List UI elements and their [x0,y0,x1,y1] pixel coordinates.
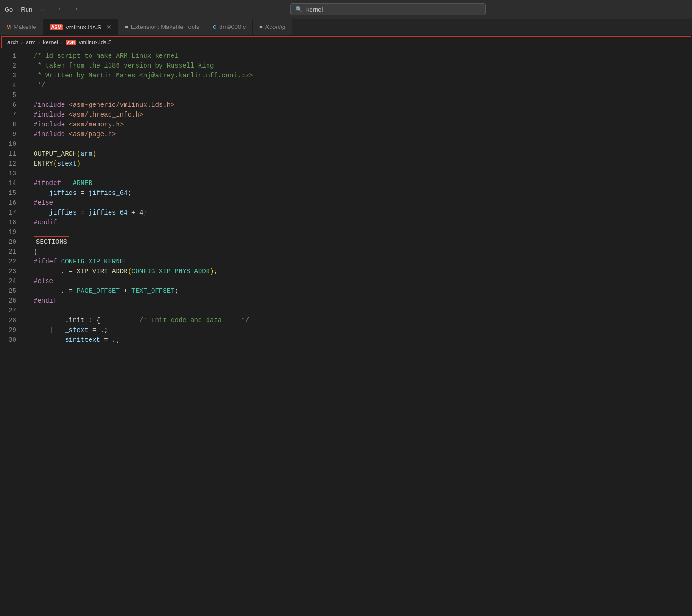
token [57,257,61,267]
line-number-4: 4 [0,81,16,90]
token: ENTRY [34,159,53,169]
token: CONFIG_XIP_KERNEL [61,257,128,267]
tab-dm9000[interactable]: C dm9000.c [206,19,253,35]
token: jiffies_64 [89,208,128,218]
kconfig-icon: ≡ [259,24,262,30]
token: = .; [89,325,108,335]
tab-vmlinux-close[interactable]: ✕ [106,23,111,31]
token: | . = [34,267,76,277]
token: #include [34,130,65,139]
token: ; [143,208,147,218]
token: #ifndef [34,179,61,188]
token: ; [214,267,217,277]
token: arm [81,149,92,159]
token: ; [128,188,131,198]
back-button[interactable]: ← [55,5,66,14]
breadcrumb-arm[interactable]: arm [26,39,35,46]
token: #include [34,100,65,110]
token: = [76,208,88,218]
line-number-2: 2 [0,61,16,71]
line-number-13: 13 [0,169,16,179]
code-line-30: sinittext = .; [34,335,692,345]
token: .init : { [34,316,139,325]
tab-vmlinux-label: vmlinux.lds.S [66,24,102,31]
line-number-18: 18 [0,218,16,228]
token: <asm-generic/vmlinux.lds.h> [69,100,175,110]
token: ( [128,267,131,277]
search-input[interactable] [306,6,481,13]
tab-kconfig[interactable]: ≡ Kconfig [253,19,292,35]
token: __ARMEB__ [65,179,100,188]
token: | [34,325,65,335]
token: XIP_VIRT_ADDR [76,267,127,277]
line-number-17: 17 [0,208,16,218]
token: OUTPUT_ARCH [34,149,76,159]
code-line-20: SECTIONS [34,237,692,247]
menu-more[interactable]: ··· [41,6,46,13]
code-line-18: #endif [34,218,692,228]
ext-icon: ≡ [125,24,128,30]
tab-vmlinux[interactable]: ASM vmlinux.lds.S ✕ [43,19,119,35]
line-numbers: 1 2 3 4 5 6 7 8 9 10 11 12 13 14 15 16 1… [0,48,24,615]
token: #else [34,277,53,286]
code-line-8: #include <asm/memory.h> [34,120,692,130]
code-line-13 [34,169,692,179]
breadcrumb-kernel[interactable]: kernel [43,39,58,46]
code-content[interactable]: /* ld script to make ARM Linux kernel * … [24,48,692,615]
forward-button[interactable]: → [70,5,81,14]
token [65,120,69,130]
token: ( [76,149,80,159]
breadcrumb-file[interactable]: vmlinux.lds.S [79,39,112,46]
code-line-26: #endif [34,296,692,306]
tab-makefile-label: Makefile [14,23,36,30]
breadcrumb-file-icon: ASM [66,40,76,45]
breadcrumb-sep-1: › [21,39,23,46]
token: 4 [139,208,143,218]
menu-run[interactable]: Run [21,6,32,13]
token: #ifdef [34,257,57,267]
code-line-11: OUTPUT_ARCH ( arm ) [34,149,692,159]
tab-makefile[interactable]: M Makefile [0,19,43,35]
token: ) [210,267,214,277]
search-bar[interactable]: 🔍 [290,3,486,15]
token: jiffies_64 [89,188,128,198]
menu-go[interactable]: Go [5,6,13,13]
code-line-10 [34,139,692,149]
code-line-17: jiffies = jiffies_64 + 4 ; [34,208,692,218]
token: _stext [65,325,88,335]
tab-kconfig-label: Kconfig [265,23,285,30]
token: /* Init code and data */ [139,316,249,325]
breadcrumb-arch[interactable]: arch [7,39,18,46]
line-number-26: 26 [0,296,16,306]
code-line-27 [34,306,692,316]
token: * taken from the i386 version by Russell… [34,61,214,71]
tab-ext-makefile[interactable]: ≡ Extension: Makefile Tools [118,19,206,35]
token: #else [34,198,53,208]
dm9000-c-icon: C [213,24,216,30]
menu-bar: Go Run ··· [5,6,46,13]
line-number-12: 12 [0,159,16,169]
token: ( [53,159,57,169]
token: ; [174,286,178,296]
token: <asm/thread_info.h> [69,110,144,120]
token: <asm/memory.h> [69,120,124,130]
code-line-16: #else [34,198,692,208]
code-line-1: /* ld script to make ARM Linux kernel [34,51,692,61]
code-line-29: | _stext = .; [34,325,692,335]
tab-dm9000-label: dm9000.c [219,23,246,30]
line-number-1: 1 [0,51,16,61]
token: TEXT_OFFSET [131,286,174,296]
token: stext [57,159,76,169]
token: | . = [34,286,76,296]
line-number-21: 21 [0,247,16,257]
makefile-icon: M [7,24,11,30]
line-number-24: 24 [0,277,16,286]
token: + [128,208,139,218]
token [61,179,65,188]
code-area: 1 2 3 4 5 6 7 8 9 10 11 12 13 14 15 16 1… [0,48,692,615]
token: jiffies [49,188,77,198]
search-icon: 🔍 [295,6,303,13]
code-line-5 [34,90,692,100]
line-number-16: 16 [0,198,16,208]
line-number-8: 8 [0,120,16,130]
